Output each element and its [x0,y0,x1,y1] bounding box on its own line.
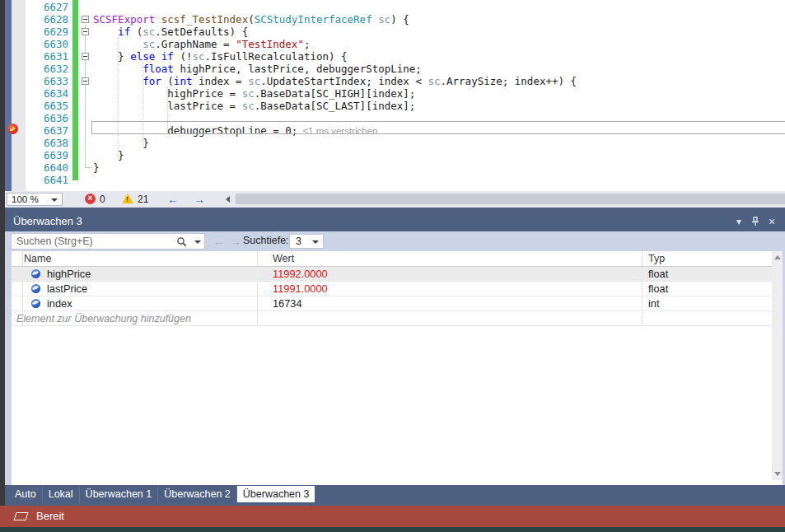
line-number: 6629 [26,26,68,38]
watch-value[interactable]: 16734 [273,296,302,311]
code-line[interactable]: } else if (!sc.IsFullRecalculation) { [93,50,348,63]
hscroll-left-arrow[interactable] [226,196,230,203]
line-number: 6635 [26,100,68,112]
outline-collapse-icon[interactable] [82,16,89,23]
status-text: Bereit [36,506,64,527]
line-number: 6641 [26,174,68,186]
outline-collapse-icon[interactable] [82,53,89,60]
watch-panel-titlebar[interactable]: Überwachen 3 ▾ × [5,212,785,231]
search-forward-icon[interactable]: → [230,233,241,250]
pin-icon[interactable] [749,212,762,231]
code-line[interactable]: sc.GraphName = "TestIndex"; [93,38,310,50]
code-token: .GraphName = [155,38,236,50]
line-number: 6628 [26,13,68,26]
code-line[interactable]: if (sc.SetDefaults) { [93,26,248,38]
watch-type: int [648,296,660,311]
watch-value[interactable]: 11992.0000 [273,267,328,282]
panel-left-margin [5,251,11,485]
tab-auto[interactable]: Auto [9,486,43,502]
watch-grid-area: Name Wert Typ highPrice11992.0000floatla… [5,251,785,485]
code-token: .UpdateStartIndex; index < [260,75,428,87]
code-line[interactable]: } [93,137,149,149]
code-token: .ArraySize; index++) { [441,75,577,87]
search-depth-dropdown[interactable]: 3 [289,234,324,249]
hscroll-thumb[interactable] [236,194,785,204]
code-token: int [174,75,193,87]
line-number: 6640 [26,161,68,174]
vertical-scrollbar[interactable] [772,251,783,480]
code-token: SCSFExport [93,13,155,26]
navigate-forward-icon[interactable]: → [194,191,205,208]
editor-status-strip: 100 % × 0 ! 21 ← → [5,191,785,208]
code-token: highPrice, lastPrice, debuggerStopLine; [174,63,422,75]
row-separator [12,325,773,326]
watch-name[interactable]: index [47,296,72,311]
code-token [93,26,118,38]
outline-collapse-icon[interactable] [82,28,89,35]
code-token: sc [192,50,204,63]
code-line[interactable]: } [93,149,124,161]
tab-überwachen-3[interactable]: Überwachen 3 [237,486,315,502]
code-token: ( [130,26,143,38]
warning-icon[interactable]: ! [122,194,133,203]
code-token: ; [304,38,311,50]
column-header-name[interactable]: Name [24,251,51,267]
tab-überwachen-1[interactable]: Überwachen 1 [80,486,159,502]
warning-count: 21 [138,193,148,206]
vs-debugger-window: 66276628SCSFExport scsf_TestIndex(SCStud… [0,0,785,532]
code-token: sc [242,87,255,100]
outline-collapse-icon[interactable] [82,77,89,85]
code-line[interactable]: lastPrice = sc.BaseData[SC_LAST][index]; [93,100,415,112]
indicator-margin[interactable] [12,0,26,191]
line-number: 6637 [26,124,68,137]
watch-grid[interactable]: Name Wert Typ highPrice11992.0000floatla… [11,251,772,485]
search-input[interactable]: Suchen (Strg+E) [11,233,205,250]
search-options-chevron-icon[interactable] [194,240,201,244]
column-header-typ[interactable]: Typ [648,251,665,267]
navigate-back-icon[interactable]: ← [167,191,179,208]
code-token: .SetDefaults) { [155,26,248,38]
column-header-wert[interactable]: Wert [273,251,294,267]
watch-row[interactable]: index16734int [12,296,773,311]
watch-row[interactable]: lastPrice11991.0000float [12,282,773,296]
code-token: ) { [390,13,409,26]
tab-lokal[interactable]: Lokal [43,486,80,502]
code-token: for [143,75,161,87]
code-token: float [143,63,174,75]
variable-icon [31,284,40,293]
code-token: lastPrice = [93,100,242,112]
code-line[interactable]: float highPrice, lastPrice, debuggerStop… [93,63,422,75]
code-token [93,63,143,75]
watch-name[interactable]: lastPrice [47,282,87,296]
code-token [155,50,161,63]
code-token: sc [143,26,155,38]
code-token: } [93,137,149,149]
code-editor[interactable]: 66276628SCSFExport scsf_TestIndex(SCStud… [5,0,785,191]
zoom-level-dropdown[interactable]: 100 % [7,193,63,206]
scroll-down-icon[interactable] [774,472,781,476]
code-line[interactable]: } [93,161,100,174]
add-watch-row[interactable]: Element zur Überwachung hinzufügen [12,311,773,326]
watch-search-toolbar: Suchen (Strg+E) ← → Suchtiefe: 3 [5,231,785,251]
close-icon[interactable]: × [765,212,778,231]
code-line[interactable]: highPrice = sc.BaseData[SC_HIGH][index]; [93,87,415,100]
watch-name[interactable]: highPrice [47,267,91,282]
line-number: 6638 [26,137,68,149]
window-position-menu-icon[interactable]: ▾ [732,212,745,231]
code-token: ( [248,13,255,26]
tab-überwachen-2[interactable]: Überwachen 2 [158,486,237,502]
error-icon[interactable]: × [85,194,96,204]
change-tracking-bar [72,0,78,180]
watch-row[interactable]: highPrice11992.0000float [12,267,773,282]
scroll-up-icon[interactable] [774,255,781,259]
breakpoint-hit-icon[interactable] [7,124,18,134]
search-back-icon[interactable]: ← [213,233,225,250]
watch-value[interactable]: 11991.0000 [273,282,328,296]
code-token: } [93,161,100,174]
code-token: .IsFullRecalculation) { [205,50,348,63]
chevron-down-icon [51,198,58,202]
code-line[interactable]: SCSFExport scsf_TestIndex(SCStudyInterfa… [93,13,409,26]
code-token: } [93,149,124,161]
code-token: if [118,26,130,38]
code-line[interactable]: for (int index = sc.UpdateStartIndex; in… [93,75,577,87]
